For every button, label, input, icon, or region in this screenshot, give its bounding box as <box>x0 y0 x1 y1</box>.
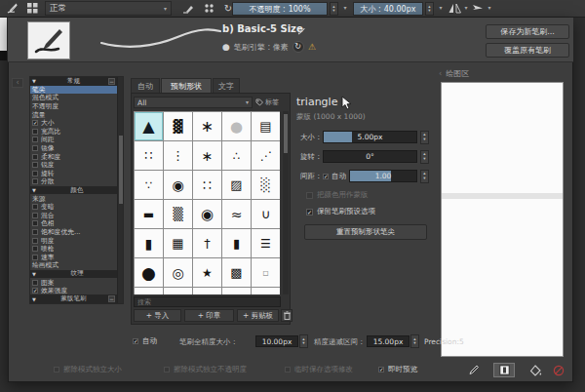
option-checkbox[interactable] <box>32 154 38 160</box>
brush-tip-cell[interactable]: ▮ <box>135 229 163 257</box>
tab-auto[interactable]: 自动 <box>131 78 160 93</box>
brush-tip-cell[interactable]: ∴ <box>164 288 192 294</box>
brush-tip-cell[interactable]: ◉ <box>193 200 221 228</box>
brush-tip-cell[interactable]: ∴ <box>222 141 251 170</box>
brush-tip-cell[interactable]: ▫ <box>252 258 280 287</box>
save-new-preset-button[interactable]: 保存为新笔刷... <box>486 24 569 39</box>
size-slider[interactable]: 大小 : 40.00px <box>353 2 423 16</box>
option-checkbox[interactable]: ✓ <box>32 120 38 126</box>
tag-toggle-button[interactable]: 标签 <box>255 98 279 107</box>
tab-predefined[interactable]: 预制形状 <box>161 78 212 93</box>
option-checkbox[interactable] <box>32 229 38 235</box>
option-checkbox[interactable] <box>32 145 38 151</box>
precision-auto-checkbox[interactable]: ✓ <box>133 338 138 344</box>
tab-text[interactable]: 文字 <box>213 78 240 93</box>
collapse-chevron-icon[interactable]: ‹ <box>439 69 442 78</box>
brush-tip-cell[interactable]: ★ <box>193 258 221 287</box>
option-checkbox[interactable] <box>32 246 38 252</box>
brush-tip-cell[interactable]: ⋮ <box>164 141 192 170</box>
scratchpad-fill-color-button[interactable] <box>525 363 546 377</box>
size-dropdown-icon[interactable]: ▾ <box>437 5 445 11</box>
section-minus-button[interactable]: − <box>108 78 115 85</box>
opacity-dropdown-icon[interactable]: ▾ <box>341 5 349 11</box>
option-checkbox[interactable] <box>32 220 38 226</box>
brush-tip-cell[interactable]: ▬ <box>222 288 251 294</box>
option-checkbox[interactable] <box>32 280 38 286</box>
instant-preview-checkbox[interactable]: ✓ <box>378 367 384 372</box>
eraser-mode-icon[interactable] <box>180 1 196 16</box>
tip-size-slider[interactable]: 5.00px <box>323 131 417 143</box>
brush-tip-cell[interactable]: ∷ <box>252 288 280 294</box>
engine-reload-icon[interactable]: ↻ <box>292 41 304 53</box>
option-checkbox[interactable] <box>32 129 38 135</box>
brush-tip-cell[interactable]: ▩ <box>222 258 251 287</box>
option-checkbox[interactable] <box>32 171 38 176</box>
size-spinner[interactable]: ▴▾ <box>425 2 434 16</box>
opacity-spinner[interactable]: ▴▾ <box>330 2 338 16</box>
brush-tip-cell[interactable]: ∷ <box>135 141 163 170</box>
spacing-auto-checkbox[interactable]: ✓ <box>323 174 329 179</box>
delete-tip-button[interactable] <box>281 309 292 322</box>
tip-rotate-slider[interactable]: 0° <box>323 150 417 163</box>
overwrite-preset-button[interactable]: 覆盖原有笔刷 <box>486 43 569 58</box>
precision-fade-spinner[interactable]: ▴▾ <box>410 334 419 348</box>
preset-palette-icon[interactable] <box>201 1 216 16</box>
brush-tip-cell[interactable]: ☰ <box>252 229 280 257</box>
tip-spacing-slider[interactable]: 1.00 <box>349 170 417 182</box>
mirror-horizontal-icon[interactable] <box>447 1 462 16</box>
tip-search-input[interactable] <box>134 296 281 307</box>
brush-tip-cell[interactable]: ∵ <box>135 171 163 199</box>
options-scroll-thumb[interactable] <box>119 136 123 204</box>
brush-option-row[interactable]: 分散 <box>30 177 117 186</box>
brush-tip-cell[interactable]: ▮ <box>222 229 251 257</box>
preserve-settings-checkbox[interactable]: ✓ <box>306 209 313 216</box>
tip-rotate-spinner[interactable]: ▴▾ <box>420 150 429 164</box>
blend-mode-dropdown[interactable]: 正常 ▾ <box>45 1 172 16</box>
section-minus-button[interactable]: − <box>108 295 115 302</box>
full-precision-size-input[interactable]: 10.00px <box>255 335 298 347</box>
option-checkbox[interactable] <box>32 162 38 168</box>
option-checkbox[interactable] <box>32 204 38 210</box>
brush-option-row[interactable]: ✓效果强度 <box>30 287 117 295</box>
brush-tip-cell[interactable]: | <box>135 288 163 294</box>
brush-tip-cell[interactable]: ░ <box>252 171 280 199</box>
brush-option-row[interactable]: 绘画模式 <box>30 261 117 270</box>
panel-scroll-left-button[interactable]: ‹ <box>12 78 23 88</box>
option-checkbox[interactable]: ✓ <box>32 288 38 294</box>
option-checkbox[interactable] <box>32 137 38 142</box>
brush-tip-cell[interactable]: ▬ <box>135 200 163 228</box>
preset-thumbnail[interactable] <box>27 21 70 59</box>
opacity-slider[interactable]: 不透明度 : 100% <box>232 2 328 16</box>
brush-tip-cell[interactable]: ▒ <box>164 200 192 228</box>
option-checkbox[interactable] <box>32 213 38 218</box>
options-scrollbar[interactable] <box>117 77 123 303</box>
library-scroll-thumb[interactable] <box>284 114 288 153</box>
brush-tip-cell[interactable]: ∷ <box>193 171 221 199</box>
option-checkbox[interactable] <box>32 178 38 184</box>
import-tip-button[interactable]: + 导入 <box>134 309 181 322</box>
options-section-header[interactable]: ▼蒙版笔刷− <box>30 294 117 303</box>
precision-fade-input[interactable]: 15.00px <box>367 335 410 347</box>
brush-tip-cell[interactable]: † <box>193 229 221 257</box>
brush-tip-cell[interactable]: ⋰ <box>252 141 280 170</box>
brush-tip-cell[interactable]: ● <box>135 258 163 287</box>
tip-size-spinner[interactable]: ▴▾ <box>420 131 429 144</box>
option-checkbox[interactable] <box>32 238 38 244</box>
brush-tip-cell-selected[interactable]: ▲ <box>135 112 163 140</box>
mirror-vertical-icon[interactable] <box>470 1 486 16</box>
full-precision-spinner[interactable]: ▴▾ <box>299 334 308 348</box>
rename-pencil-icon[interactable] <box>295 22 305 41</box>
freehand-brush-tool-icon[interactable] <box>4 1 20 16</box>
brush-tip-cell[interactable]: ▓ <box>164 112 192 140</box>
tag-filter-dropdown[interactable]: All ▾ <box>134 97 253 108</box>
brush-tip-cell[interactable]: ▤ <box>252 112 280 140</box>
scratchpad-canvas[interactable] <box>441 82 564 357</box>
mirror-dropdown-icon[interactable]: ▾ <box>462 5 470 11</box>
scratchpad-paint-button[interactable] <box>462 363 484 377</box>
brush-preset-chooser-icon[interactable] <box>24 1 40 16</box>
stamp-tip-button[interactable]: + 印章 <box>184 309 234 322</box>
mirror2-dropdown-icon[interactable]: ▾ <box>486 5 493 11</box>
brush-tip-cell[interactable]: ● <box>222 112 251 140</box>
option-checkbox[interactable] <box>32 255 38 260</box>
brush-tip-cell[interactable]: ⋮ <box>193 288 221 294</box>
